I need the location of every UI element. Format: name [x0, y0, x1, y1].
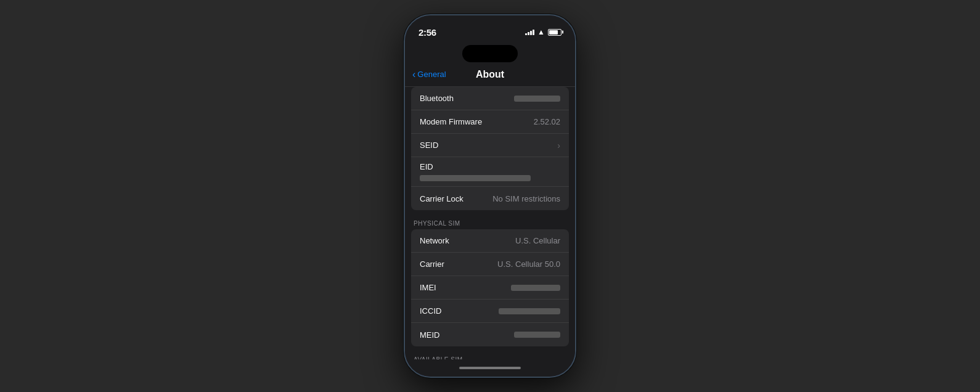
settings-content: Bluetooth Modem Firmware 2.52.02 SEID ›: [405, 87, 575, 359]
carrier-lock-value: No SIM restrictions: [492, 194, 560, 203]
imei-row: IMEI: [411, 276, 569, 300]
eid-row: EID: [411, 157, 569, 187]
modem-firmware-label: Modem Firmware: [420, 117, 482, 126]
network-label: Network: [420, 236, 449, 245]
signal-bars-icon: [525, 29, 534, 35]
home-indicator: [405, 359, 575, 377]
seid-row[interactable]: SEID ›: [411, 134, 569, 157]
modem-firmware-value: 2.52.02: [534, 117, 560, 126]
iccid-label: ICCID: [420, 306, 441, 316]
physical-sim-settings-group: Network U.S. Cellular Carrier U.S. Cellu…: [411, 229, 569, 346]
network-row: Network U.S. Cellular: [411, 229, 569, 253]
carrier-lock-row: Carrier Lock No SIM restrictions: [411, 187, 569, 210]
eid-label: EID: [420, 162, 433, 171]
back-button[interactable]: ‹ General: [412, 70, 446, 80]
carrier-lock-label: Carrier Lock: [420, 194, 463, 203]
bluetooth-row: Bluetooth: [411, 87, 569, 110]
seid-label: SEID: [420, 141, 438, 150]
imei-label: IMEI: [420, 283, 436, 292]
phone-screen: 2:56 ▲: [405, 15, 575, 377]
status-bar: 2:56 ▲: [405, 15, 575, 43]
top-settings-group: Bluetooth Modem Firmware 2.52.02 SEID ›: [411, 87, 569, 210]
carrier-label: Carrier: [420, 259, 444, 269]
physical-sim-group: Network U.S. Cellular Carrier U.S. Cellu…: [405, 229, 575, 346]
eid-value: [420, 175, 531, 181]
bluetooth-value: [514, 96, 560, 102]
iccid-value: [499, 308, 560, 314]
status-icons: ▲: [525, 28, 561, 36]
carrier-row: Carrier U.S. Cellular 50.0: [411, 253, 569, 276]
back-chevron-icon: ‹: [412, 70, 415, 80]
network-value: U.S. Cellular: [515, 236, 560, 245]
page-title: About: [476, 69, 504, 80]
meid-label: MEID: [420, 330, 440, 340]
modem-firmware-row: Modem Firmware 2.52.02: [411, 110, 569, 134]
nav-header: ‹ General About: [405, 62, 575, 87]
iccid-row: ICCID: [411, 300, 569, 323]
home-bar: [459, 367, 521, 369]
battery-icon: [548, 29, 561, 36]
imei-value: [511, 285, 560, 291]
phone-device: 2:56 ▲: [404, 14, 576, 378]
dynamic-island: [462, 45, 518, 62]
status-time: 2:56: [419, 27, 436, 38]
top-group: Bluetooth Modem Firmware 2.52.02 SEID ›: [405, 87, 575, 210]
carrier-value: U.S. Cellular 50.0: [497, 259, 560, 269]
back-label: General: [417, 70, 446, 79]
seid-chevron-icon: ›: [557, 141, 560, 150]
physical-sim-header: PHYSICAL SIM: [405, 215, 575, 229]
phone-frame: 2:56 ▲: [404, 14, 576, 378]
available-sim-header: AVAILABLE SIM: [405, 351, 575, 359]
meid-value: [514, 332, 560, 338]
wifi-icon: ▲: [537, 28, 545, 36]
meid-row: MEID: [411, 323, 569, 346]
bluetooth-label: Bluetooth: [420, 94, 454, 103]
